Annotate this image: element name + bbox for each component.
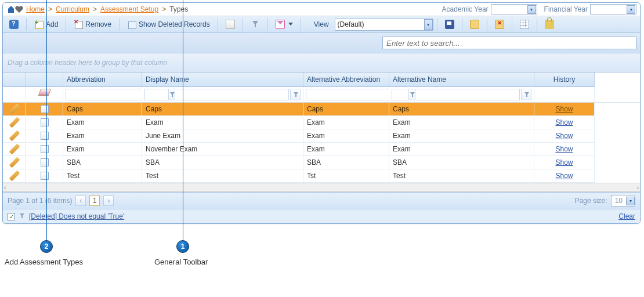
edit-icon[interactable] — [9, 144, 20, 155]
chevron-down-icon[interactable]: ▾ — [627, 5, 635, 14]
cell-abbreviation: Exam — [63, 116, 142, 129]
help-button[interactable] — [5, 17, 23, 31]
header-abbreviation[interactable]: Abbreviation — [63, 73, 142, 87]
cell-alt-name: SBA — [389, 156, 534, 169]
history-show-link[interactable]: Show — [538, 172, 591, 180]
header-alt-abbrev[interactable]: Alternative Abbreviation — [303, 73, 389, 87]
mail-button[interactable] — [272, 17, 297, 31]
open-folder-button[interactable] — [466, 17, 483, 31]
financial-year-label: Financial Year — [544, 5, 588, 13]
cards-button[interactable] — [222, 17, 239, 31]
header-display-name[interactable]: Display Name — [142, 73, 303, 87]
search-input[interactable] — [382, 37, 636, 49]
row-checkbox[interactable] — [41, 158, 49, 166]
filter-display-name[interactable] — [144, 89, 289, 100]
view-value: (Default) — [338, 20, 364, 28]
row-checkbox[interactable] — [41, 132, 49, 140]
filter-enabled-checkbox[interactable]: ✓ — [8, 213, 15, 220]
filter-summary-bar: ✓ [Deleted] Does not equal 'True' Clear — [3, 209, 640, 223]
filter-button[interactable] — [247, 17, 264, 31]
topbar: Home > Curriculum > Assessment Setup > T… — [3, 3, 640, 16]
table-row[interactable]: ExamExamExamExamShow — [3, 116, 640, 129]
callout-2: 2 — [40, 240, 53, 253]
breadcrumb-curriculum[interactable]: Curriculum — [56, 5, 89, 13]
add-label: Add — [46, 20, 58, 28]
academic-year-select[interactable]: ▾ — [491, 4, 537, 15]
page-size-select[interactable]: 10 ▾ — [611, 195, 635, 207]
add-icon — [34, 20, 44, 29]
cell-alt-name: Exam — [389, 129, 534, 143]
group-panel[interactable]: Drag a column header here to group by th… — [3, 53, 640, 73]
pager-page-1[interactable]: 1 — [89, 195, 100, 206]
table-row[interactable]: TestTestTstTestShow — [3, 169, 640, 183]
cell-display-name: SBA — [142, 156, 303, 169]
header-alt-name[interactable]: Alternative Name — [389, 73, 534, 87]
pager-next[interactable]: › — [103, 195, 114, 206]
cell-abbreviation: Exam — [63, 129, 142, 143]
table-row[interactable]: SBASBASBASBAShow — [3, 156, 640, 169]
table-row[interactable]: CapsCapsCapsCapsShow — [3, 103, 640, 116]
chevron-down-icon[interactable]: ▾ — [626, 197, 635, 205]
history-show-link[interactable]: Show — [538, 145, 591, 153]
svg-marker-0 — [8, 6, 14, 13]
history-show-link[interactable]: Show — [538, 105, 591, 113]
funnel-icon — [523, 92, 529, 97]
show-deleted-button[interactable]: Show Deleted Records — [123, 17, 214, 31]
edit-icon[interactable] — [9, 131, 20, 142]
header-history[interactable]: History — [534, 73, 595, 87]
edit-icon[interactable] — [9, 171, 20, 182]
filter-abbrev-btn[interactable] — [168, 89, 175, 100]
cell-display-name: June Exam — [142, 129, 303, 143]
chevron-down-icon — [288, 23, 293, 27]
edit-icon[interactable] — [9, 117, 20, 128]
filter-altabbrev-btn[interactable] — [408, 89, 415, 100]
funnel-icon — [169, 92, 175, 97]
data-grid: Abbreviation Display Name Alternative Ab… — [3, 73, 640, 192]
chevron-down-icon[interactable]: ▾ — [424, 19, 433, 30]
show-deleted-label: Show Deleted Records — [139, 20, 210, 28]
folder-icon — [470, 20, 479, 29]
cell-alt-abbrev: Caps — [303, 103, 389, 116]
columns-button[interactable] — [516, 17, 533, 31]
row-checkbox[interactable] — [41, 118, 49, 126]
remove-button[interactable]: Remove — [70, 17, 115, 31]
delete-saved-button[interactable] — [491, 17, 508, 31]
cell-abbreviation: Caps — [63, 103, 142, 116]
funnel-icon — [292, 92, 298, 97]
view-select[interactable]: (Default) ▾ — [335, 19, 433, 31]
pager-prev[interactable]: ‹ — [75, 195, 86, 206]
clear-filters-icon[interactable] — [38, 89, 50, 96]
lock-button[interactable] — [541, 17, 558, 31]
chevron-down-icon[interactable]: ▾ — [527, 5, 536, 14]
horizontal-scrollbar[interactable]: ‹› — [3, 183, 640, 192]
row-checkbox[interactable] — [41, 105, 49, 113]
table-row[interactable]: ExamJune ExamExamExamShow — [3, 129, 640, 143]
financial-year-select[interactable]: ▾ — [590, 4, 636, 15]
filter-altname-btn[interactable] — [521, 89, 531, 100]
remove-label: Remove — [85, 20, 111, 28]
row-checkbox[interactable] — [41, 145, 49, 153]
callout-2-label: Add Assessment Types — [5, 258, 83, 266]
edit-icon[interactable] — [9, 157, 20, 168]
history-show-link[interactable]: Show — [538, 118, 591, 126]
help-icon — [9, 20, 19, 29]
history-show-link[interactable]: Show — [538, 132, 591, 140]
funnel-icon — [409, 92, 415, 97]
edit-icon[interactable] — [9, 104, 20, 115]
header-command — [3, 73, 26, 87]
breadcrumb-types: Types — [169, 5, 188, 13]
filter-display-btn[interactable] — [290, 89, 301, 100]
breadcrumb-sep: > — [162, 5, 166, 13]
pager-summary: Page 1 of 1 (6 items) — [8, 197, 72, 205]
filter-clear-link[interactable]: Clear — [618, 212, 635, 220]
history-show-link[interactable]: Show — [538, 158, 591, 166]
breadcrumb-home[interactable]: Home — [26, 5, 45, 13]
row-checkbox[interactable] — [41, 172, 49, 180]
breadcrumb-sep: > — [48, 5, 52, 13]
page-size-value: 10 — [612, 197, 626, 205]
filter-expression[interactable]: [Deleted] Does not equal 'True' — [29, 212, 124, 220]
breadcrumb-assessment-setup[interactable]: Assessment Setup — [100, 5, 158, 13]
save-button[interactable] — [441, 17, 458, 31]
pager: Page 1 of 1 (6 items) ‹ 1 › Page size: 1… — [3, 192, 640, 209]
table-row[interactable]: ExamNovember ExamExamExamShow — [3, 143, 640, 156]
